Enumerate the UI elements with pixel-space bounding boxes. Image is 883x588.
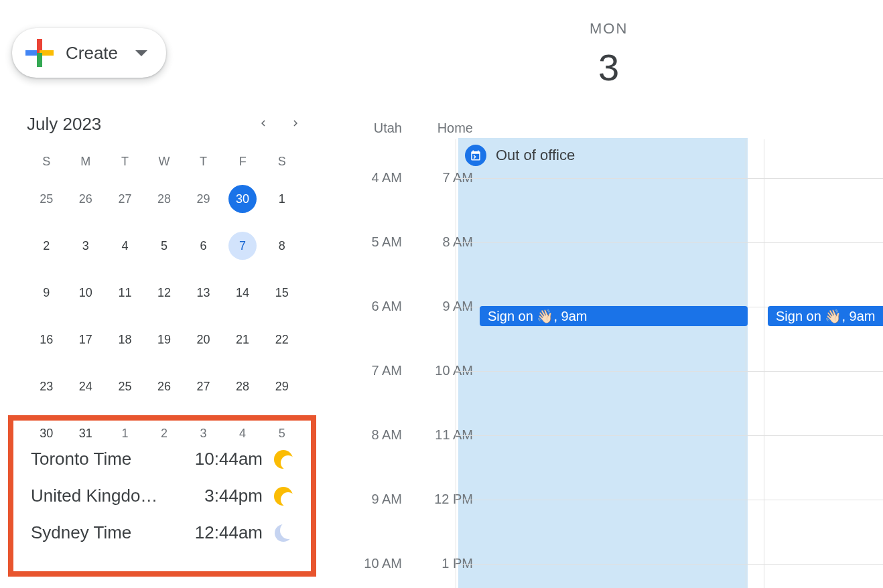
mini-calendar-day[interactable]: 9 — [27, 269, 66, 316]
mini-calendar-grid: SMTWTFS252627282930123456789101112131415… — [27, 148, 301, 457]
day-of-week-header: S — [27, 148, 66, 175]
tz-header-utah: Utah — [335, 121, 402, 136]
mini-calendar-day[interactable]: 18 — [105, 316, 145, 363]
mini-calendar-day[interactable]: 22 — [262, 316, 301, 363]
mini-calendar-day[interactable]: 16 — [27, 316, 66, 363]
next-month-button[interactable] — [289, 117, 301, 132]
mini-calendar-day[interactable]: 17 — [66, 316, 106, 363]
tz-header-home: Home — [406, 121, 473, 136]
mini-calendar-day[interactable]: 28 — [223, 363, 263, 410]
time-column-tz2: 7 AM8 AM9 AM10 AM11 AM12 PM1 PM — [406, 139, 473, 588]
sun-icon — [273, 486, 293, 506]
mini-calendar-day[interactable]: 29 — [262, 363, 301, 410]
mini-calendar-day[interactable]: 28 — [145, 175, 184, 222]
time-label: 10 AM — [335, 525, 402, 588]
mini-calendar-day[interactable]: 24 — [66, 363, 106, 410]
mini-calendar-day[interactable]: 1 — [262, 175, 301, 222]
time-label: 1 PM — [406, 525, 473, 588]
day-header: MON 3 — [590, 20, 628, 89]
day-of-week-header: S — [262, 148, 301, 175]
mini-calendar-day[interactable]: 21 — [223, 316, 263, 363]
clock-name: Sydney Time — [31, 522, 131, 543]
day-of-week: MON — [590, 20, 628, 38]
day-of-week-header: F — [223, 148, 263, 175]
mini-calendar-day[interactable]: 15 — [262, 269, 301, 316]
day-of-week-header: T — [184, 148, 223, 175]
timezone-headers: Utah Home — [335, 121, 473, 136]
clock-time: 3:44pm — [204, 486, 263, 506]
mini-calendar-day[interactable]: 30 — [223, 175, 263, 222]
moon-icon — [273, 523, 293, 543]
time-label: 8 AM — [335, 396, 402, 461]
mini-calendar-day[interactable]: 8 — [262, 222, 301, 269]
mini-calendar-day[interactable]: 26 — [66, 175, 106, 222]
mini-calendar-day[interactable]: 20 — [184, 316, 223, 363]
time-column-tz1: 4 AM5 AM6 AM7 AM8 AM9 AM10 AM — [335, 139, 402, 588]
mini-calendar-day[interactable]: 27 — [105, 175, 145, 222]
mini-calendar-day[interactable]: 13 — [184, 269, 223, 316]
world-clock-row[interactable]: Sydney Time12:44am — [31, 514, 293, 551]
day-of-week-header: T — [105, 148, 145, 175]
mini-calendar-day[interactable]: 5 — [145, 222, 184, 269]
mini-calendar-day[interactable]: 10 — [66, 269, 106, 316]
world-clock-row[interactable]: Toronto Time10:44am — [31, 441, 293, 477]
time-label: 7 AM — [335, 332, 402, 396]
mini-calendar-day[interactable]: 14 — [223, 269, 263, 316]
time-label: 9 AM — [335, 461, 402, 525]
mini-calendar-day[interactable]: 19 — [145, 316, 184, 363]
clock-name: Toronto Time — [31, 449, 131, 469]
dropdown-icon — [135, 50, 147, 56]
clock-time: 12:44am — [195, 522, 263, 543]
time-label: 8 AM — [406, 204, 473, 268]
mini-calendar-day[interactable]: 3 — [66, 222, 106, 269]
mini-calendar-day[interactable]: 2 — [27, 222, 66, 269]
mini-calendar-day[interactable]: 12 — [145, 269, 184, 316]
time-label: 6 AM — [335, 268, 402, 332]
clock-name: United Kingdo… — [31, 486, 157, 506]
mini-calendar-day[interactable]: 23 — [27, 363, 66, 410]
mini-calendar-day[interactable]: 11 — [105, 269, 145, 316]
day-number: 3 — [590, 46, 628, 89]
mini-calendar-day[interactable]: 27 — [184, 363, 223, 410]
prev-month-button[interactable] — [257, 117, 269, 132]
time-label: 9 AM — [406, 268, 473, 332]
mini-calendar-day[interactable]: 25 — [27, 175, 66, 222]
mini-calendar-day[interactable]: 7 — [223, 222, 263, 269]
calendar-grid: 4 AM5 AM6 AM7 AM8 AM9 AM10 AM 7 AM8 AM9 … — [335, 139, 883, 588]
time-label: 11 AM — [406, 396, 473, 461]
create-button[interactable]: Create — [12, 28, 166, 78]
event-sign-on-2[interactable]: Sign on 👋🏻, 9am — [768, 306, 883, 326]
time-label: 12 PM — [406, 461, 473, 525]
mini-calendar-day[interactable]: 4 — [105, 222, 145, 269]
event-sign-on-1[interactable]: Sign on 👋🏻, 9am — [480, 306, 748, 326]
plus-icon — [25, 39, 54, 67]
time-label: 10 AM — [406, 332, 473, 396]
mini-calendar: July 2023 SMTWTFS25262728293012345678910… — [27, 114, 301, 457]
world-clocks: Toronto Time10:44amUnited Kingdo…3:44pmS… — [8, 415, 316, 577]
sun-icon — [273, 449, 293, 469]
grid-lines — [476, 178, 883, 588]
mini-calendar-day[interactable]: 25 — [105, 363, 145, 410]
mini-calendar-day[interactable]: 26 — [145, 363, 184, 410]
time-label: 5 AM — [335, 204, 402, 268]
clock-time: 10:44am — [195, 449, 263, 469]
mini-calendar-title: July 2023 — [27, 114, 101, 135]
day-of-week-header: M — [66, 148, 106, 175]
day-of-week-header: W — [145, 148, 184, 175]
event-title: Sign on 👋🏻, 9am — [488, 308, 587, 324]
mini-calendar-day[interactable]: 6 — [184, 222, 223, 269]
create-label: Create — [66, 43, 118, 64]
time-label: 4 AM — [335, 139, 402, 204]
time-label: 7 AM — [406, 139, 473, 204]
mini-calendar-day[interactable]: 29 — [184, 175, 223, 222]
world-clock-row[interactable]: United Kingdo…3:44pm — [31, 477, 293, 514]
event-title: Sign on 👋🏻, 9am — [776, 308, 875, 324]
